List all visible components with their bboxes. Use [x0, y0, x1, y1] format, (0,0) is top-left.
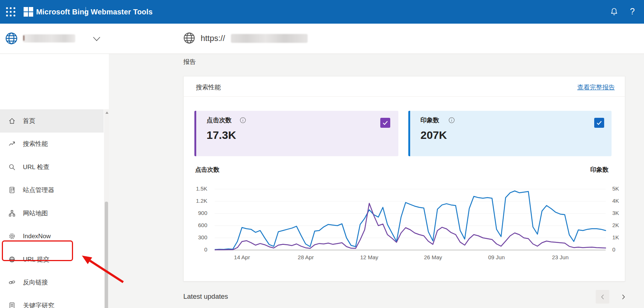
chart-left-axis-title: 点击次数 — [195, 166, 219, 174]
chevron-right-icon[interactable] — [616, 290, 630, 304]
x-axis-tick: 14 Apr — [229, 254, 255, 260]
view-full-report-link[interactable]: 查看完整报告 — [553, 83, 615, 92]
sidebar-scrollbar-thumb[interactable] — [105, 202, 108, 308]
sidebar-item-home[interactable]: 首页 — [0, 109, 104, 133]
sidebar-item-label: URL 检查 — [23, 163, 49, 171]
clicks-value: 17.3K — [207, 129, 236, 141]
site-globe-icon — [5, 32, 18, 45]
sidebar-item-indexnow[interactable]: IndexNow — [0, 225, 104, 248]
performance-line-chart[interactable] — [215, 183, 609, 260]
info-icon[interactable] — [449, 117, 455, 123]
x-axis-tick: 26 May — [420, 254, 446, 260]
scrollbar-up-arrow-icon[interactable] — [105, 112, 108, 114]
globe-icon — [8, 256, 16, 263]
sidebar-item-site-manager[interactable]: 站点管理器 — [0, 179, 104, 202]
gear-icon — [8, 232, 16, 240]
right-axis-tick: 1K — [612, 234, 634, 240]
left-axis-tick: 1.5K — [185, 185, 207, 192]
sidebar-item-label: 首页 — [23, 117, 35, 125]
sidebar-item-label: 反向链接 — [23, 278, 48, 287]
sidebar-item-label: URL 提交 — [23, 255, 49, 264]
site-manager-icon — [8, 186, 16, 194]
home-icon — [8, 117, 16, 125]
help-icon[interactable]: ? — [630, 0, 635, 24]
clicks-checkbox[interactable] — [380, 118, 390, 128]
x-axis-tick: 28 Apr — [293, 254, 319, 260]
impressions-label: 印象数 — [420, 116, 439, 124]
microsoft-logo-icon — [24, 7, 33, 17]
card-header-divider — [184, 96, 625, 97]
left-axis-tick: 300 — [185, 234, 207, 240]
latest-updates-title: Latest updates — [183, 292, 228, 301]
chevron-down-icon[interactable] — [93, 36, 100, 43]
trend-icon — [8, 140, 16, 148]
brand-title: Microsoft Bing — [36, 0, 89, 24]
chart-right-axis-title: 印象数 — [566, 166, 609, 174]
chevron-left-icon[interactable] — [596, 290, 609, 304]
sidebar: 首页搜索性能URL 检查站点管理器网站地图IndexNowURL 提交反向链接关… — [0, 54, 109, 308]
left-axis-tick: 0 — [185, 246, 207, 253]
impressions-checkbox[interactable] — [594, 118, 604, 128]
notifications-bell-icon[interactable] — [609, 7, 619, 17]
link-icon — [8, 278, 16, 286]
sidebar-item-label: 站点管理器 — [23, 186, 54, 194]
info-icon[interactable] — [240, 117, 246, 123]
waffle-menu-icon[interactable] — [5, 6, 16, 17]
sidebar-item-search-performance[interactable]: 搜索性能 — [0, 133, 104, 156]
url-redacted — [231, 34, 308, 43]
x-axis-tick: 12 May — [356, 254, 382, 260]
search-icon — [8, 163, 16, 171]
left-axis-tick: 600 — [185, 222, 207, 228]
sidebar-item-label: 网站地图 — [23, 209, 48, 218]
sidebar-item-url-inspection[interactable]: URL 检查 — [0, 155, 104, 179]
sidebar-item-url-submission[interactable]: URL 提交 — [0, 248, 104, 271]
right-axis-tick: 2K — [612, 222, 634, 228]
product-title: Webmaster Tools — [91, 0, 153, 24]
top-bar: Microsoft Bing Webmaster Tools ? — [0, 0, 644, 24]
sidebar-item-backlinks[interactable]: 反向链接 — [0, 271, 104, 294]
sidebar-item-keyword-research[interactable]: 关键字研究 — [0, 294, 104, 308]
impressions-value: 207K — [420, 129, 447, 141]
site-url: https:// — [201, 34, 225, 43]
right-axis-tick: 0 — [612, 246, 634, 253]
sitemap-icon — [8, 209, 16, 217]
sidebar-item-label: 关键字研究 — [23, 301, 54, 308]
left-axis-tick: 1.2K — [185, 198, 207, 204]
right-axis-tick: 5K — [612, 185, 634, 192]
right-axis-tick: 3K — [612, 210, 634, 216]
url-globe-icon — [183, 32, 195, 44]
x-axis-tick: 09 Jun — [484, 254, 509, 260]
bing-webmaster-tools-app: Microsoft Bing Webmaster Tools ? — [0, 0, 644, 308]
site-name-redacted[interactable] — [23, 34, 75, 42]
sidebar-item-sitemaps[interactable]: 网站地图 — [0, 202, 104, 225]
clicks-label: 点击次数 — [207, 116, 232, 124]
reports-section-title: 报告 — [183, 58, 196, 66]
keyword-icon — [8, 302, 16, 308]
left-axis-tick: 900 — [185, 210, 207, 216]
x-axis-tick: 23 Jun — [547, 254, 573, 260]
right-axis-tick: 4K — [612, 198, 634, 204]
sidebar-item-label: IndexNow — [23, 233, 51, 240]
card-title: 搜索性能 — [196, 83, 221, 92]
sidebar-item-label: 搜索性能 — [23, 140, 48, 148]
topbar-divider — [86, 7, 86, 17]
